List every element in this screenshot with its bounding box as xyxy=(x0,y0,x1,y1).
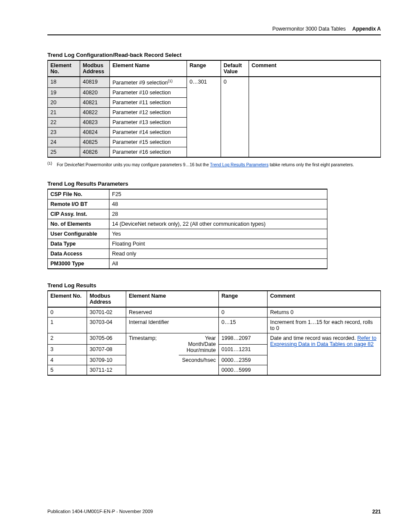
page-number: 221 xyxy=(372,509,381,515)
footer: Publication 1404-UM001F-EN-P - November … xyxy=(47,509,381,515)
cell-key: PM3000 Type xyxy=(48,259,109,269)
table-row: CSP File No.F25 xyxy=(48,189,327,199)
table-row: Data AccessRead only xyxy=(48,249,327,259)
cell-modbus: 40825 xyxy=(80,137,110,147)
cell-name: Reserved xyxy=(126,307,219,317)
table3-th-name: Element Name xyxy=(126,291,219,307)
cell-name: Parameter #14 selection xyxy=(110,128,187,137)
table1-title: Trend Log Configuration/Read-back Record… xyxy=(47,52,381,58)
cell-modbus: 40819 xyxy=(80,77,110,88)
cell-timestamp-sub: Seconds/hsec xyxy=(179,355,219,376)
cell-key: User Configurable xyxy=(48,229,109,239)
table-row: 1840819Parameter #9 selection(1)0…3010 xyxy=(48,77,381,88)
cell-comment: Increment from 1…15 for each record, rol… xyxy=(268,317,381,333)
table2-title: Trend Log Results Parameters xyxy=(47,180,381,187)
footnote-post: tabke returns only the first eight param… xyxy=(268,162,354,167)
cell-range: 0101…1231 xyxy=(219,344,268,355)
cell-modbus: 30709-10 xyxy=(87,355,126,365)
cell-element-no: 24 xyxy=(48,137,80,147)
cell-value: Read only xyxy=(109,249,327,259)
cell-comment: Returns 0 xyxy=(268,307,381,317)
table3: Element No. Modbus Address Element Name … xyxy=(47,290,381,376)
cell-range: 0…15 xyxy=(219,317,268,333)
cell-modbus: 40821 xyxy=(80,98,110,108)
cell-modbus: 40824 xyxy=(80,128,110,137)
cell-modbus: 40822 xyxy=(80,108,110,118)
table1-th-range: Range xyxy=(187,60,221,77)
table3-th-modbus: Modbus Address xyxy=(87,291,126,307)
cell-element-no: 18 xyxy=(48,77,80,88)
cell-element-no: 5 xyxy=(48,365,87,376)
cell-value: Floating Point xyxy=(109,239,327,249)
cell-element-no: 3 xyxy=(48,344,87,355)
cell-key: CSP File No. xyxy=(48,189,109,199)
cell-modbus: 40823 xyxy=(80,118,110,128)
header-rule xyxy=(47,34,381,35)
cell-element-no: 0 xyxy=(48,307,87,317)
cell-timestamp-label: Timestamp; xyxy=(126,333,179,376)
cell-name: Parameter #16 selection xyxy=(110,147,187,158)
cell-element-no: 4 xyxy=(48,355,87,365)
cell-range: 0…301 xyxy=(187,77,221,157)
table-row: PM3000 TypeAll xyxy=(48,259,327,269)
table3-th-element-no: Element No. xyxy=(48,291,87,307)
cell-key: CIP Assy. Inst. xyxy=(48,209,109,219)
cell-range: 0000…2359 xyxy=(219,355,268,365)
publication-info: Publication 1404-UM001F-EN-P - November … xyxy=(47,509,153,515)
cell-range: 0000…5999 xyxy=(219,365,268,376)
cell-comment xyxy=(249,77,381,157)
table-row: User ConfigurableYes xyxy=(48,229,327,239)
footnote-link[interactable]: Trend Log Results Parameters xyxy=(210,162,268,167)
cell-element-no: 20 xyxy=(48,98,80,108)
cell-key: No. of Elements xyxy=(48,219,109,229)
cell-name: Parameter #15 selection xyxy=(110,137,187,147)
cell-range: 0 xyxy=(219,307,268,317)
header-appendix: Appendix A xyxy=(352,26,381,32)
cell-modbus: 30701-02 xyxy=(87,307,126,317)
cell-value: F25 xyxy=(109,189,327,199)
cell-element-no: 19 xyxy=(48,88,80,98)
cell-name: Parameter #13 selection xyxy=(110,118,187,128)
cell-element-no: 23 xyxy=(48,128,80,137)
cell-value: 28 xyxy=(109,209,327,219)
table-row: 130703-04Internal Identifier0…15Incremen… xyxy=(48,317,381,333)
cell-value: 48 xyxy=(109,199,327,209)
table3-th-range: Range xyxy=(219,291,268,307)
cell-name: Parameter #9 selection(1) xyxy=(110,77,187,88)
table-row: Data TypeFloating Point xyxy=(48,239,327,249)
cell-range: 1998…2097 xyxy=(219,333,268,345)
cell-modbus: 40826 xyxy=(80,147,110,158)
table1-footnote: (1) For DeviceNet Powermonitor units you… xyxy=(47,161,381,168)
cell-comment: Date and time record was recorded. Refer… xyxy=(268,333,381,376)
cell-key: Data Access xyxy=(48,249,109,259)
cell-key: Remote I/O BT xyxy=(48,199,109,209)
cell-modbus: 30703-04 xyxy=(87,317,126,333)
footnote-pre: For DeviceNet Powermonitor units you may… xyxy=(57,162,210,167)
cell-name: Parameter #11 selection xyxy=(110,98,187,108)
table-row: 230705-06Timestamp;Year Month/Date Hour/… xyxy=(48,333,381,345)
table-row: CIP Assy. Inst.28 xyxy=(48,209,327,219)
header-section: Powermonitor 3000 Data Tables xyxy=(272,26,346,32)
cell-element-no: 22 xyxy=(48,118,80,128)
cell-timestamp-sub: Year Month/Date Hour/minute xyxy=(179,333,219,355)
table-row: No. of Elements14 (DeviceNet network onl… xyxy=(48,219,327,229)
cell-element-no: 25 xyxy=(48,147,80,158)
cell-modbus: 40820 xyxy=(80,88,110,98)
cell-element-no: 1 xyxy=(48,317,87,333)
table1-th-comment: Comment xyxy=(249,60,381,77)
table2: CSP File No.F25Remote I/O BT48CIP Assy. … xyxy=(47,189,327,269)
table3-th-comment: Comment xyxy=(268,291,381,307)
footnote-marker: (1) xyxy=(47,161,52,165)
cell-value: 14 (DeviceNet network only), 22 (All oth… xyxy=(109,219,327,229)
cell-value: All xyxy=(109,259,327,269)
table3-title: Trend Log Results xyxy=(47,282,381,289)
cell-name: Parameter #12 selection xyxy=(110,108,187,118)
table-row: Remote I/O BT48 xyxy=(48,199,327,209)
cell-default: 0 xyxy=(221,77,249,157)
table1: Element No. Modbus Address Element Name … xyxy=(47,60,381,158)
comment-link[interactable]: Refer to Expressing Data in Data Tables … xyxy=(270,335,377,347)
cell-element-no: 2 xyxy=(48,333,87,345)
table1-th-element-no: Element No. xyxy=(48,60,80,77)
cell-key: Data Type xyxy=(48,239,109,249)
cell-modbus: 30711-12 xyxy=(87,365,126,376)
